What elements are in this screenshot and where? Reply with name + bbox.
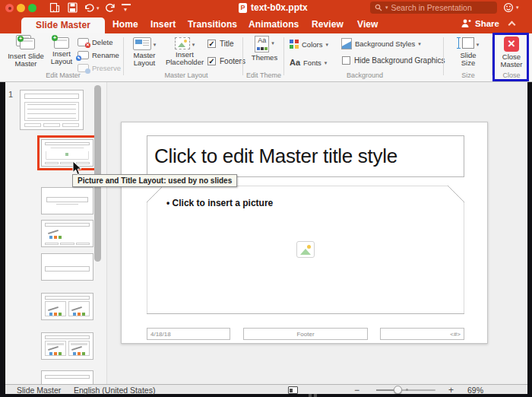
delete-icon: ✕ <box>78 38 89 46</box>
insert-layout-button[interactable]: + Insert Layout <box>47 35 76 66</box>
toolbar-options-icon[interactable] <box>122 4 131 5</box>
new-document-icon[interactable] <box>49 2 60 13</box>
zoom-slider-detent <box>406 389 408 391</box>
share-person-icon <box>461 18 471 28</box>
status-bar: Slide Master English (United States) − +… <box>5 384 527 394</box>
tab-animations[interactable]: Animations <box>249 19 299 33</box>
footers-checkbox-box: ✓ <box>207 57 216 65</box>
picture-and-title-layout-thumbnail[interactable] <box>41 139 93 167</box>
save-icon[interactable] <box>68 2 78 13</box>
tab-transitions[interactable]: Transitions <box>188 19 237 33</box>
footers-checkbox[interactable]: ✓ Footers <box>207 57 245 65</box>
tab-insert[interactable]: Insert <box>150 19 176 33</box>
feedback-dropdown-caret[interactable]: ▾ <box>516 5 519 11</box>
master-layout-caret: ▾ <box>154 42 157 48</box>
comparison-layout-thumbnail[interactable] <box>41 332 93 360</box>
rename-button[interactable]: ✎ Rename <box>78 49 119 61</box>
status-view-name[interactable]: Slide Master <box>17 386 61 395</box>
themes-button[interactable]: Aa ▾ Themes <box>248 35 281 62</box>
desktop-edge-right <box>527 82 532 397</box>
undo-icon[interactable] <box>84 2 95 13</box>
footer-placeholder[interactable]: Footer <box>243 328 368 340</box>
fonts-icon: Aa <box>290 58 300 67</box>
slide-thumbnail-panel: 1 <box>5 82 107 384</box>
zoom-slider-thumb[interactable] <box>394 386 402 394</box>
ribbon: + Insert Slide Master + Insert Layout ✕ … <box>0 33 532 82</box>
status-language[interactable]: English (United States) <box>74 386 155 395</box>
group-label-master-layout: Master Layout <box>137 71 236 79</box>
zoom-in-button[interactable]: + <box>448 385 454 395</box>
close-window-button[interactable] <box>5 4 14 12</box>
title-checkbox-box: ✓ <box>207 40 216 48</box>
desktop-edge-left <box>0 82 5 397</box>
colors-button[interactable]: Colors▾ <box>290 38 328 50</box>
background-styles-icon <box>341 38 352 49</box>
search-icon <box>375 4 382 11</box>
title-bar: ▾ ▾ text-b0x.pptx ▾ Search in Presentati… <box>0 0 532 15</box>
insert-placeholder-caret: ▾ <box>192 42 195 48</box>
picture-placeholder[interactable]: • Click to insert a picture <box>147 186 464 314</box>
tab-slide-master[interactable]: Slide Master <box>21 17 105 33</box>
slide-size-caret: ▾ <box>477 42 480 48</box>
normal-view-button[interactable] <box>288 386 298 394</box>
toolbar-options-caret[interactable]: ▾ <box>124 6 127 13</box>
close-master-highlight-box <box>492 33 529 81</box>
fonts-button[interactable]: Aa Fonts▾ <box>290 56 327 68</box>
undo-dropdown-caret[interactable]: ▾ <box>97 5 100 11</box>
slide-sorter-view-button[interactable] <box>309 394 317 397</box>
section-header-layout-thumbnail[interactable] <box>41 253 93 281</box>
title-and-content-layout-thumbnail[interactable] <box>41 220 93 247</box>
rename-icon: ✎ <box>78 51 89 59</box>
slide-size-icon <box>458 37 474 50</box>
master-slide-number: 1 <box>8 90 13 99</box>
thumbnail-scrollbar[interactable] <box>94 85 101 262</box>
slide-number-placeholder[interactable]: <#> <box>380 328 464 340</box>
ribbon-tab-bar: Slide Master Home Insert Transitions Ani… <box>0 15 532 33</box>
insert-placeholder-button[interactable]: ▾ Insert Placeholder <box>163 35 207 67</box>
hide-background-graphics-checkbox[interactable]: Hide Background Graphics <box>342 56 445 65</box>
group-label-background: Background <box>319 71 410 79</box>
title-slide-layout-thumbnail[interactable] <box>41 187 93 214</box>
tab-home[interactable]: Home <box>112 19 138 33</box>
title-placeholder[interactable]: Click to edit Master title style <box>147 135 464 177</box>
background-styles-button[interactable]: Background Styles▾ <box>341 37 421 49</box>
minimize-window-button[interactable] <box>17 4 25 12</box>
slide-master-layout-editor[interactable]: Click to edit Master title style • Click… <box>121 122 488 344</box>
tab-view[interactable]: View <box>357 19 378 33</box>
insert-slide-master-button[interactable]: + Insert Slide Master <box>5 35 47 68</box>
tab-review[interactable]: Review <box>312 19 344 33</box>
share-button[interactable]: Share <box>461 18 515 28</box>
zoom-window-button[interactable] <box>28 4 36 12</box>
document-title: text-b0x.pptx <box>251 2 308 13</box>
insert-slide-master-icon: + <box>16 35 36 51</box>
two-content-layout-thumbnail[interactable] <box>41 293 93 320</box>
redo-icon[interactable] <box>105 2 116 13</box>
picture-placeholder-prompt: • Click to insert a picture <box>166 198 273 208</box>
colors-icon <box>290 40 299 49</box>
group-label-edit-theme: Edit Theme <box>232 71 296 79</box>
insert-layout-icon: + <box>54 37 69 49</box>
group-label-edit-master: Edit Master <box>15 71 111 79</box>
powerpoint-file-icon <box>239 3 247 13</box>
preserve-icon <box>78 64 89 72</box>
master-layout-icon <box>133 37 151 50</box>
master-layout-button[interactable]: ▾ Master Layout <box>127 35 162 68</box>
title-only-layout-thumbnail[interactable] <box>41 370 93 384</box>
insert-placeholder-icon <box>175 37 190 49</box>
collapse-ribbon-chevron[interactable] <box>508 21 516 28</box>
master-slide-thumbnail[interactable] <box>20 90 84 130</box>
delete-button[interactable]: ✕ Delete <box>78 36 112 48</box>
search-scope-caret[interactable]: ▾ <box>385 5 388 11</box>
feedback-smiley-icon[interactable] <box>503 2 514 13</box>
picture-icon-mountain <box>300 249 311 255</box>
insert-picture-icon[interactable] <box>296 241 315 258</box>
zoom-percentage[interactable]: 69% <box>467 386 483 395</box>
zoom-out-button[interactable]: − <box>354 385 359 395</box>
date-placeholder[interactable]: 4/18/18 <box>147 328 230 340</box>
search-placeholder-text: Search in Presentation <box>391 3 472 12</box>
layout-tooltip: Picture and Title Layout: used by no sli… <box>72 174 237 187</box>
title-checkbox[interactable]: ✓ Title <box>207 40 234 48</box>
search-input[interactable]: ▾ Search in Presentation <box>370 2 497 14</box>
slide-size-button[interactable]: ▾ Slide Size <box>450 35 486 68</box>
slide-editing-canvas: Click to edit Master title style • Click… <box>107 82 527 384</box>
